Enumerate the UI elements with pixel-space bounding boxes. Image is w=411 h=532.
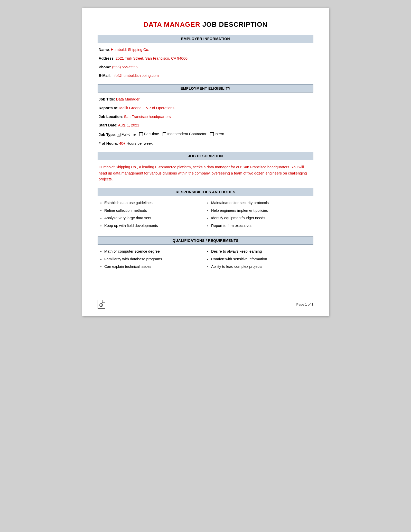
fulltime-checkbox: ✕ [117, 133, 120, 136]
qualifications-list-col1: Math or computer science degree Familiar… [99, 249, 206, 270]
start-date-label: Start Date [99, 123, 116, 127]
eligibility-info: Job Title: Data Manager Reports to: Mali… [98, 97, 313, 146]
fulltime-checkbox-item: ✕ Full-time [117, 132, 136, 137]
job-title-value: Data Manager [116, 97, 139, 101]
responsibilities-col2: Maintain/monitor security protocols Help… [206, 200, 312, 231]
phone-label: Phone [99, 65, 110, 69]
job-type-label: Job Type [99, 133, 115, 137]
intern-checkbox [210, 132, 214, 136]
employer-header: EMPLOYER INFORMATION [98, 35, 313, 43]
qualifications-list-col2: Desire to always keep learning Comfort w… [206, 249, 312, 270]
start-date-value: Aug. 1, 2021 [118, 123, 139, 127]
responsibilities-header: RESPONSIBILITIES AND DUTIES [98, 188, 313, 196]
page-number: Page 1 of 1 [296, 302, 314, 306]
list-item: Maintain/monitor security protocols [211, 200, 312, 206]
responsibilities-col1: Establish data use guidelines Refine col… [99, 200, 206, 231]
name-value: Humboldt Shipping Co. [111, 48, 149, 52]
hours-value: 40+ [119, 141, 126, 145]
reports-to-line: Reports to: Malik Greene, EVP of Operati… [99, 105, 312, 111]
contractor-checkbox [163, 132, 166, 136]
intern-label: Intern [215, 131, 224, 137]
title-red: DATA MANAGER [144, 21, 200, 28]
list-item: Keep up with field developments [104, 223, 206, 229]
doc-icon-symbol: e [99, 303, 103, 307]
list-item: Ability to lead complex projects [211, 264, 312, 270]
list-item: Establish data use guidelines [104, 200, 206, 206]
email-label: E-Mail [99, 74, 110, 78]
employer-phone-line: Phone: (555) 555-5555 [99, 65, 312, 70]
reports-to-value: Malik Greene, EVP of Operations [119, 106, 174, 110]
location-value: San Francisco headquarters [124, 115, 171, 119]
job-description-header: JOB DESCRIPTION [98, 152, 313, 160]
list-item: Comfort with sensitive information [211, 256, 312, 262]
qualifications-col1: Math or computer science degree Familiar… [99, 249, 206, 272]
parttime-checkbox-item: Part-time [139, 131, 159, 137]
qualifications-section: QUALIFICATIONS / REQUIREMENTS Math or co… [98, 236, 313, 272]
list-item: Math or computer science degree [104, 249, 206, 254]
list-item: Analyze very large data sets [104, 215, 206, 221]
list-item: Identify equipment/budget needs [211, 215, 312, 221]
job-description-text: Humboldt Shipping Co., a leading E-comme… [98, 164, 313, 182]
name-label: Name [99, 48, 109, 52]
job-description-section: JOB DESCRIPTION Humboldt Shipping Co., a… [98, 152, 313, 182]
address-value: 2521 Turk Street, San Francisco, CA 9400… [116, 56, 188, 60]
responsibilities-section: RESPONSIBILITIES AND DUTIES Establish da… [98, 188, 313, 231]
responsibilities-list-col2: Maintain/monitor security protocols Help… [206, 200, 312, 229]
employer-email-line: E-Mail: info@humboldtshipping.com [99, 73, 312, 79]
main-title: DATA MANAGER JOB DESCRIPTION [98, 21, 313, 29]
email-value: info@humboldtshipping.com [112, 74, 159, 78]
document-icon: e [98, 300, 105, 309]
qualifications-header: QUALIFICATIONS / REQUIREMENTS [98, 236, 313, 245]
start-date-line: Start Date: Aug. 1, 2021 [99, 123, 312, 128]
intern-checkbox-item: Intern [210, 131, 224, 137]
list-item: Desire to always keep learning [211, 249, 312, 254]
list-item: Refine collection methods [104, 208, 206, 214]
hours-suffix: Hours per week [125, 141, 153, 145]
hours-label: # of Hours [99, 141, 117, 145]
contractor-label: Independent Contractor [167, 131, 206, 137]
qualifications-list: Math or computer science degree Familiar… [98, 249, 313, 272]
employer-address-line: Address: 2521 Turk Street, San Francisco… [99, 56, 312, 61]
document-page: DATA MANAGER JOB DESCRIPTION EMPLOYER IN… [82, 8, 329, 316]
job-type-line: Job Type: ✕ Full-time Part-time Independ… [99, 131, 312, 138]
list-item: Familiarity with database programs [104, 256, 206, 262]
list-item: Report to firm executives [211, 223, 312, 229]
hours-line: # of Hours: 40+ Hours per week [99, 141, 312, 146]
address-label: Address [99, 56, 114, 60]
footer: e Page 1 of 1 [98, 300, 313, 309]
responsibilities-list-col1: Establish data use guidelines Refine col… [99, 200, 206, 229]
qualifications-col2: Desire to always keep learning Comfort w… [206, 249, 312, 272]
contractor-checkbox-item: Independent Contractor [163, 131, 206, 137]
employer-info: Name: Humboldt Shipping Co. Address: 252… [98, 47, 313, 79]
phone-value: (555) 555-5555 [112, 65, 137, 69]
location-line: Job Location: San Francisco headquarters [99, 114, 312, 120]
reports-to-label: Reports to [99, 106, 117, 110]
job-title-line: Job Title: Data Manager [99, 97, 312, 102]
parttime-checkbox [139, 132, 143, 136]
list-item: Can explain technical issues [104, 264, 206, 270]
location-label: Job Location [99, 115, 122, 119]
responsibilities-list: Establish data use guidelines Refine col… [98, 200, 313, 231]
eligibility-section: EMPLOYMENT ELIGIBILITY Job Title: Data M… [98, 84, 313, 146]
eligibility-header: EMPLOYMENT ELIGIBILITY [98, 84, 313, 93]
fulltime-label: Full-time [122, 132, 136, 137]
title-black: JOB DESCRIPTION [200, 21, 268, 28]
employer-name-line: Name: Humboldt Shipping Co. [99, 47, 312, 53]
parttime-label: Part-time [144, 131, 159, 137]
employer-section: EMPLOYER INFORMATION Name: Humboldt Ship… [98, 35, 313, 79]
list-item: Help engineers implement policies [211, 208, 312, 214]
job-title-label: Job Title [99, 97, 114, 101]
